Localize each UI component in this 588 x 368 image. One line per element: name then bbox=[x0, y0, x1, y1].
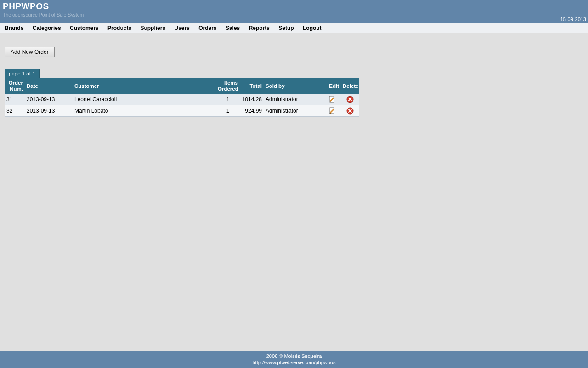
cell-date: 2013-09-13 bbox=[25, 105, 73, 117]
cell-items: 1 bbox=[216, 105, 240, 117]
col-date: Date bbox=[25, 78, 73, 94]
edit-icon[interactable] bbox=[323, 105, 341, 117]
page-footer: 2006 © Moisés Sequeira http://www.ptwebs… bbox=[0, 351, 588, 368]
cell-total: 1014.28 bbox=[240, 94, 264, 105]
table-row: 32 2013-09-13 Martin Lobato 1 924.99 Adm… bbox=[5, 105, 359, 117]
col-sold-by: Sold by bbox=[264, 78, 323, 94]
col-edit: Edit bbox=[323, 78, 341, 94]
header-date: 15-09-2013 bbox=[560, 17, 586, 22]
cell-total: 924.99 bbox=[240, 105, 264, 117]
page-content: Add New Order page 1 of 1 Order Num. Dat… bbox=[0, 33, 588, 351]
nav-logout[interactable]: Logout bbox=[299, 25, 325, 31]
nav-categories[interactable]: Categories bbox=[29, 25, 65, 31]
nav-setup[interactable]: Setup bbox=[275, 25, 297, 31]
app-title: PHPWPOS bbox=[3, 1, 585, 12]
nav-suppliers[interactable]: Suppliers bbox=[136, 25, 169, 31]
cell-customer: Leonel Caraccioli bbox=[73, 94, 216, 105]
col-total: Total bbox=[240, 78, 264, 94]
pagination-label: page 1 of 1 bbox=[5, 69, 40, 78]
cell-customer: Martin Lobato bbox=[73, 105, 216, 117]
orders-table: Order Num. Date Customer Items Ordered T… bbox=[5, 78, 359, 117]
cell-sold-by: Administrator bbox=[264, 94, 323, 105]
nav-brands[interactable]: Brands bbox=[1, 25, 27, 31]
main-nav: Brands Categories Customers Products Sup… bbox=[0, 23, 588, 33]
cell-sold-by: Administrator bbox=[264, 105, 323, 117]
edit-icon[interactable] bbox=[323, 94, 341, 105]
cell-order-num: 32 bbox=[5, 105, 25, 117]
col-items-ordered: Items Ordered bbox=[216, 78, 240, 94]
delete-icon[interactable] bbox=[341, 105, 359, 117]
nav-sales[interactable]: Sales bbox=[222, 25, 243, 31]
add-new-order-button[interactable]: Add New Order bbox=[5, 47, 55, 57]
col-customer: Customer bbox=[73, 78, 216, 94]
footer-copyright: 2006 © Moisés Sequeira bbox=[0, 353, 588, 359]
app-header: PHPWPOS The opensource Point of Sale Sys… bbox=[0, 0, 588, 23]
delete-icon[interactable] bbox=[341, 94, 359, 105]
footer-link[interactable]: http://www.ptwebserve.com/phpwpos bbox=[253, 360, 336, 365]
col-order-num: Order Num. bbox=[5, 78, 25, 94]
app-subtitle: The opensource Point of Sale System bbox=[3, 12, 585, 17]
nav-reports[interactable]: Reports bbox=[245, 25, 273, 31]
nav-customers[interactable]: Customers bbox=[66, 25, 102, 31]
nav-products[interactable]: Products bbox=[104, 25, 135, 31]
nav-users[interactable]: Users bbox=[170, 25, 193, 31]
col-delete: Delete bbox=[341, 78, 359, 94]
cell-date: 2013-09-13 bbox=[25, 94, 73, 105]
cell-items: 1 bbox=[216, 94, 240, 105]
nav-orders[interactable]: Orders bbox=[195, 25, 220, 31]
cell-order-num: 31 bbox=[5, 94, 25, 105]
table-row: 31 2013-09-13 Leonel Caraccioli 1 1014.2… bbox=[5, 94, 359, 105]
